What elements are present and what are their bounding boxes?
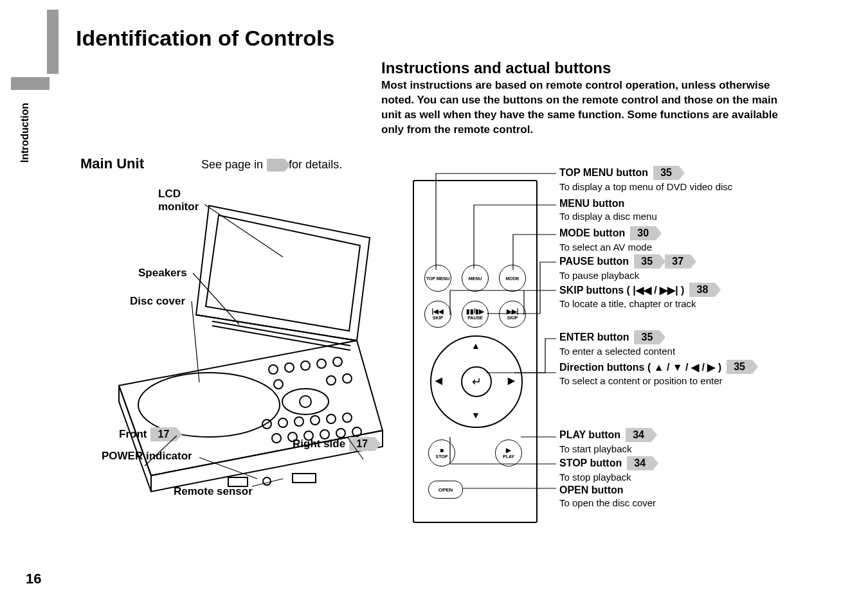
callout-disc-cover: Disc cover [130, 295, 185, 308]
page-chip-front: 17 [150, 427, 176, 441]
svg-point-15 [327, 376, 336, 385]
svg-point-22 [343, 413, 352, 422]
page-chip: 34 [626, 428, 651, 442]
panel-top-menu-button: TOP MENU [424, 265, 451, 292]
svg-point-20 [311, 416, 320, 425]
side-tab-label: Introduction [19, 103, 31, 163]
callout-right-side: Right side [293, 438, 345, 450]
description-item: Direction buttons ( ▲ / ▼ / ◀ / ▶ )35To … [559, 360, 752, 386]
panel-play-button: ▶PLAY [495, 440, 522, 466]
page-chip-icon [267, 159, 285, 172]
panel-stop-button: ■STOP [428, 440, 455, 466]
page-chip-right-side: 17 [349, 437, 375, 451]
dpad-up-icon: ▲ [471, 341, 480, 351]
description-title-text: PLAY button [559, 429, 620, 441]
svg-line-29 [212, 321, 350, 346]
description-title: TOP MENU button35 [559, 166, 732, 180]
description-title: Direction buttons ( ▲ / ▼ / ◀ / ▶ )35 [559, 360, 752, 374]
svg-marker-1 [206, 215, 360, 331]
description-item: PLAY button34To start playback [559, 428, 651, 454]
description-title: PLAY button34 [559, 428, 651, 442]
svg-point-19 [294, 417, 303, 426]
page-chip: 35 [634, 330, 660, 344]
svg-point-27 [336, 429, 345, 438]
description-subtext: To display a top menu of DVD video disc [559, 181, 732, 192]
description-subtext: To select an AV mode [559, 242, 656, 253]
description-subtext: To stop playback [559, 472, 653, 483]
side-tab-marker [47, 10, 59, 74]
svg-point-8 [300, 396, 311, 407]
callout-remote-sensor: Remote sensor [174, 485, 253, 498]
description-title: SKIP buttons ( |◀◀ / ▶▶| )38 [559, 283, 715, 297]
page-chip: 37 [665, 254, 691, 269]
description-title: OPEN button [559, 484, 656, 496]
dpad-right-icon: ▶ [508, 375, 515, 386]
svg-point-12 [317, 359, 326, 368]
panel-dpad: ↵ ▲ ▼ ◀ ▶ [430, 335, 520, 425]
svg-point-23 [272, 434, 281, 443]
description-item: PAUSE button3537To pause playback [559, 254, 691, 281]
description-title-text: SKIP buttons ( |◀◀ / ▶▶| ) [559, 284, 684, 296]
description-item: MODE button30To select an AV mode [559, 226, 656, 253]
svg-point-17 [262, 420, 271, 429]
svg-point-10 [285, 363, 294, 372]
see-page-note: See page in for details. [201, 158, 342, 172]
svg-point-16 [343, 374, 352, 383]
page-chip: 35 [634, 254, 660, 269]
description-subtext: To pause playback [559, 270, 691, 281]
dpad-down-icon: ▼ [471, 410, 480, 420]
description-item: OPEN buttonTo open the disc cover [559, 484, 656, 508]
description-item: STOP button34To stop playback [559, 456, 653, 483]
main-unit-label: Main Unit [80, 155, 144, 172]
see-page-suffix: for details. [289, 158, 342, 172]
description-subtext: To enter a selected content [559, 346, 675, 357]
callout-power-indicator: POWER indicator [102, 450, 192, 463]
svg-line-30 [212, 326, 350, 350]
svg-point-18 [278, 418, 287, 427]
description-title: MENU button [559, 198, 657, 209]
panel-pause-button: ▮▮/▮▶PAUSE [462, 301, 489, 328]
instructions-body: Most instructions are based on remote co… [381, 78, 793, 138]
page-chip: 38 [689, 283, 715, 297]
description-title-text: PAUSE button [559, 256, 629, 267]
panel-menu-button: MENU [462, 265, 489, 292]
dpad-left-icon: ◀ [435, 375, 442, 386]
panel-enter-button: ↵ [461, 366, 492, 397]
description-subtext: To open the disc cover [559, 497, 656, 508]
svg-point-7 [282, 389, 329, 414]
description-item: ENTER button35To enter a selected conten… [559, 330, 675, 357]
svg-point-14 [274, 380, 283, 389]
description-title: ENTER button35 [559, 330, 675, 344]
description-subtext: To start playback [559, 443, 651, 454]
svg-point-32 [263, 477, 271, 485]
description-subtext: To locate a title, chapter or track [559, 298, 715, 309]
svg-point-9 [269, 365, 278, 374]
description-item: MENU buttonTo display a disc menu [559, 198, 657, 222]
page-number: 16 [26, 571, 41, 587]
description-title-text: STOP button [559, 458, 622, 469]
description-title-text: MENU button [559, 198, 624, 209]
page-chip: 35 [653, 166, 679, 180]
description-subtext: To display a disc menu [559, 211, 657, 222]
svg-rect-33 [293, 474, 316, 483]
description-title: PAUSE button3537 [559, 254, 691, 269]
panel-open-button: OPEN [428, 481, 463, 499]
svg-point-13 [333, 357, 342, 366]
page-chip: 34 [627, 456, 653, 470]
callout-lcd-monitor: LCD monitor [158, 188, 199, 213]
see-page-prefix: See page in [201, 158, 263, 172]
page-chip: 35 [727, 360, 752, 374]
panel-skip-prev-button: |◀◀SKIP [424, 301, 451, 328]
callout-front: Front [119, 428, 147, 441]
description-title: STOP button34 [559, 456, 653, 470]
page-chip: 30 [630, 226, 656, 240]
instructions-heading: Instructions and actual buttons [381, 59, 611, 77]
description-item: SKIP buttons ( |◀◀ / ▶▶| )38To locate a … [559, 283, 715, 309]
description-title-text: TOP MENU button [559, 167, 648, 179]
control-panel-diagram: TOP MENU MENU MODE |◀◀SKIP ▮▮/▮▶PAUSE ▶▶… [413, 180, 538, 523]
panel-mode-button: MODE [499, 265, 526, 292]
svg-point-21 [327, 414, 336, 423]
description-title: MODE button30 [559, 226, 656, 240]
description-item: TOP MENU button35To display a top menu o… [559, 166, 732, 192]
description-title-text: OPEN button [559, 484, 624, 496]
